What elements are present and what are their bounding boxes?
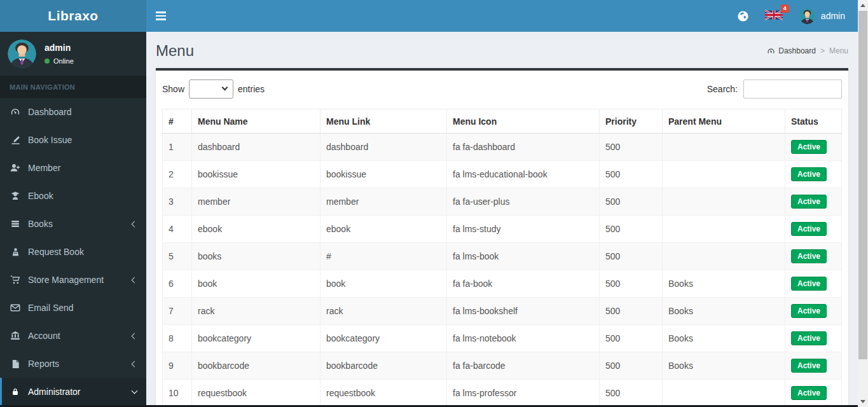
online-dot (45, 59, 50, 64)
column-header-menu-link[interactable]: Menu Link (320, 109, 447, 134)
priority-cell: 500 (600, 188, 663, 216)
parent-menu-cell: Books (663, 270, 785, 298)
breadcrumb-dashboard-link[interactable]: Dashboard (767, 46, 816, 55)
menu-icon-cell: fa fa-barcode (447, 352, 600, 380)
sidebar-item-request-book[interactable]: Request Book (0, 238, 146, 266)
scrollbar-thumb[interactable] (858, 11, 867, 359)
status-badge[interactable]: Active (791, 304, 827, 318)
menu-link-cell: bookcategory (320, 325, 447, 352)
column-header-menu-icon[interactable]: Menu Icon (447, 109, 600, 134)
chevron-left-icon (132, 221, 138, 227)
status-cell: Active (785, 243, 842, 270)
parent-menu-cell (663, 216, 785, 243)
status-badge[interactable]: Active (791, 222, 827, 236)
menu-name-cell: book (192, 270, 320, 298)
priority-cell: 500 (600, 216, 663, 243)
row-number-cell: 9 (163, 352, 192, 380)
table-row: 8 bookcategory bookcategory fa lms-noteb… (163, 325, 842, 352)
priority-cell: 500 (600, 298, 663, 325)
scroll-up-button[interactable] (858, 0, 868, 11)
sidebar-toggle-button[interactable] (146, 0, 175, 32)
bank-icon (10, 331, 21, 341)
status-badge[interactable]: Active (791, 249, 827, 263)
menu-link-cell: bookbarcode (320, 352, 447, 380)
row-number-cell: 5 (163, 243, 192, 270)
search-label: Search: (707, 84, 738, 94)
sidebar-item-reports[interactable]: Reports (0, 350, 146, 378)
sidebar-item-email-send[interactable]: Email Send (0, 294, 146, 322)
column-header-number[interactable]: # (163, 109, 192, 134)
uk-flag-icon (765, 10, 783, 20)
sidebar-item-store-management[interactable]: Store Management (0, 266, 146, 294)
table-row: 10 requestbook requestbook fa lms-profes… (163, 380, 842, 407)
column-header-priority[interactable]: Priority (600, 109, 663, 134)
ebook-icon (10, 191, 21, 201)
status-cell: Active (785, 161, 842, 188)
user-status[interactable]: Online (45, 57, 74, 65)
sidebar-item-dashboard[interactable]: Dashboard (0, 98, 146, 126)
scroll-down-button[interactable] (858, 396, 868, 407)
menu-icon-cell: fa fa-book (447, 270, 600, 298)
column-header-status[interactable]: Status (785, 109, 842, 134)
status-badge[interactable]: Active (791, 167, 827, 181)
table-row: 5 books # fa lms-book 500 Active (163, 243, 842, 270)
status-badge[interactable]: Active (791, 331, 827, 345)
sidebar-item-member[interactable]: Member (0, 154, 146, 182)
status-badge[interactable]: Active (791, 386, 827, 400)
menu-name-cell: rack (192, 298, 320, 325)
vertical-scrollbar[interactable] (858, 0, 868, 407)
search-input[interactable] (743, 79, 842, 99)
status-badge[interactable]: Active (791, 195, 827, 209)
row-number-cell: 7 (163, 298, 192, 325)
navbar-user-menu[interactable]: admin (799, 8, 845, 24)
row-number-cell: 6 (163, 270, 192, 298)
globe-icon[interactable] (738, 11, 748, 22)
menu-name-cell: requestbook (192, 380, 320, 407)
chevron-left-icon (132, 277, 138, 283)
envelope-icon (10, 303, 21, 313)
sidebar-item-books[interactable]: Books (0, 210, 146, 238)
status-badge[interactable]: Active (791, 277, 827, 291)
column-header-parent-menu[interactable]: Parent Menu (663, 109, 785, 134)
menu-name-cell: bookbarcode (192, 352, 320, 380)
priority-cell: 500 (600, 270, 663, 298)
parent-menu-cell: Books (663, 298, 785, 325)
menu-link-cell: bookissue (320, 161, 447, 188)
row-number-cell: 3 (163, 188, 192, 216)
app-logo[interactable]: Libraxo (0, 0, 146, 32)
notification-badge: 4 (781, 4, 789, 13)
language-flag-button[interactable]: 4 (765, 10, 783, 22)
navbar-username: admin (821, 11, 845, 21)
row-number-cell: 10 (163, 380, 192, 407)
row-number-cell: 2 (163, 161, 192, 188)
sidebar-item-administrator[interactable]: Administrator (0, 378, 146, 406)
status-cell: Active (785, 298, 842, 325)
table-row: 3 member member fa fa-user-plus 500 Acti… (163, 188, 842, 216)
table-row: 9 bookbarcode bookbarcode fa fa-barcode … (163, 352, 842, 380)
content-area: Menu Dashboard > Menu Show entries (146, 32, 858, 407)
page-length-select[interactable] (189, 79, 233, 99)
table-row: 4 ebook ebook fa lms-study 500 Active (163, 216, 842, 243)
status-badge[interactable]: Active (791, 359, 827, 373)
sidebar-item-account[interactable]: Account (0, 322, 146, 350)
parent-menu-cell: Books (663, 352, 785, 380)
sidebar-item-ebook[interactable]: Ebook (0, 182, 146, 210)
page-title: Menu (156, 42, 194, 60)
menu-table-body: 1 dashboard dashboard fa fa-dashboard 50… (163, 134, 842, 407)
table-row: 2 bookissue bookissue fa lms-educational… (163, 161, 842, 188)
cart-icon (10, 275, 21, 285)
sidebar-item-book-issue[interactable]: Book Issue (0, 126, 146, 154)
menu-name-cell: bookissue (192, 161, 320, 188)
chevron-down-icon (132, 388, 138, 394)
status-badge[interactable]: Active (791, 140, 827, 154)
sidebar-avatar (8, 39, 36, 68)
navbar-avatar (799, 8, 815, 24)
sidebar: Libraxo admin Online (0, 0, 146, 407)
parent-menu-cell: Books (663, 325, 785, 352)
column-header-menu-name[interactable]: Menu Name (192, 109, 320, 134)
menu-icon-cell: fa fa-user-plus (447, 188, 600, 216)
book-issue-icon (10, 135, 21, 145)
parent-menu-cell (663, 188, 785, 216)
breadcrumb-current: Menu (829, 46, 848, 55)
user-panel: admin Online (0, 32, 146, 76)
